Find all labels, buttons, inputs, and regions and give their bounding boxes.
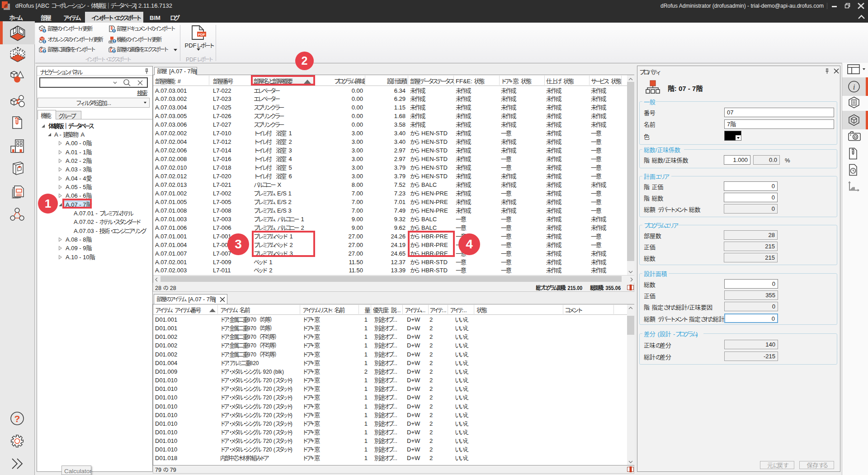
svg-text:PDF: PDF bbox=[198, 33, 205, 37]
svg-text:i: i bbox=[853, 83, 855, 91]
svg-text:?: ? bbox=[14, 413, 20, 424]
